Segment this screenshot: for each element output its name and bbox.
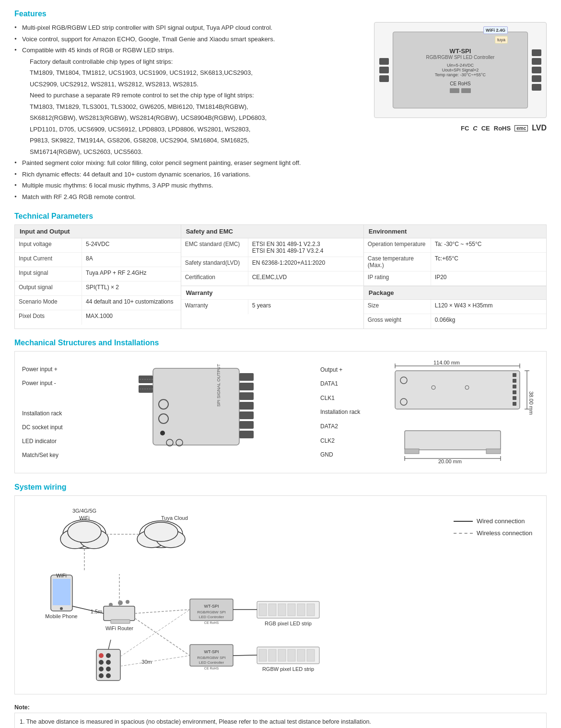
svg-point-5: [160, 431, 165, 435]
svg-rect-85: [297, 604, 305, 616]
svg-text:RGB/RGBW SPI: RGB/RGBW SPI: [197, 656, 226, 660]
notes-list: 1. The above distance is measured in spa…: [14, 713, 547, 728]
param-row: Scenario Mode44 default and 10+ customiz…: [15, 296, 181, 310]
mechanical-diagram: Power input + Power input - Installation…: [14, 351, 547, 473]
label-clk2: CLK2: [320, 437, 378, 444]
feature-item: Compatible with 45 kinds of RGB or RGBW …: [14, 45, 355, 56]
svg-rect-0: [153, 368, 239, 445]
svg-line-108: [135, 618, 190, 656]
environment-section: Environment Operation temperature Ta: -3…: [364, 225, 546, 329]
safety-lvd-label: Safety standard(LVD): [181, 257, 248, 271]
svg-point-101: [99, 667, 104, 671]
input-output-body: Input voltage5-24VDCInput Current8AInput…: [15, 238, 181, 325]
feature-item: LPD1101, D705, UCS6909, UCS6912, LPD8803…: [14, 124, 355, 135]
svg-point-63: [109, 603, 113, 607]
tuya-badge: tuya: [495, 36, 508, 44]
legend-wireless-label: Wireless connection: [477, 529, 532, 537]
depth-view-svg: 20.00 mm: [386, 426, 539, 464]
svg-line-107: [135, 610, 190, 613]
param-row: Input signalTuya APP + RF 2.4GHz: [15, 267, 181, 282]
svg-point-98: [106, 653, 111, 658]
label-spacer: [22, 394, 75, 403]
feature-item: P9813, SK9822, TM1914A, GS8206, GS8208, …: [14, 135, 355, 146]
svg-rect-11: [239, 402, 254, 410]
param-row: Input voltage5-24VDC: [15, 238, 181, 253]
fc-cert: FC: [461, 125, 469, 132]
package-header: Package: [364, 286, 546, 300]
svg-line-110: [233, 655, 257, 656]
label-led-indicator: LED indicator: [22, 438, 75, 445]
technical-parameters-section: Technical Parameters Input and Output In…: [14, 212, 547, 329]
param-row: Output signalSPI(TTL) × 2: [15, 282, 181, 296]
safety-emc-body: EMC standard (EMC) ETSI EN 301 489-1 V2.…: [181, 238, 363, 314]
label-data1: DATA1: [320, 380, 378, 387]
svg-rect-37: [405, 431, 501, 450]
case-temp-value: Tc:+65°C: [431, 253, 546, 271]
svg-rect-13: [239, 421, 254, 429]
svg-rect-86: [307, 604, 315, 616]
param-value: 8A: [82, 253, 181, 267]
certification-row: Certification CE,EMC,LVD: [181, 271, 363, 286]
svg-text:WiFi Router: WiFi Router: [105, 625, 133, 631]
label-installation-rack: Installation rack: [22, 410, 75, 417]
svg-rect-9: [239, 383, 254, 390]
emc-standard-row: EMC standard (EMC) ETSI EN 301 489-1 V2.…: [181, 238, 363, 257]
svg-point-97: [99, 653, 104, 658]
svg-rect-89: [259, 649, 267, 661]
product-spec-1: Uin=5-24VDC: [447, 63, 474, 68]
warranty-row: Warranty 5 years: [181, 300, 363, 314]
svg-rect-29: [513, 396, 516, 400]
label-installation-rack-r: Installation rack: [320, 409, 378, 415]
feature-item: UCS2909, UCS2912, WS2811, WS2812, WS2813…: [14, 79, 355, 90]
svg-rect-10: [239, 392, 254, 400]
svg-rect-83: [278, 604, 286, 616]
feature-item: Factory default controllable chip types …: [14, 56, 355, 68]
label-match-key: Match/Set key: [22, 452, 75, 458]
svg-text:Tuya Cloud: Tuya Cloud: [161, 515, 188, 521]
warranty-value: 5 years: [248, 300, 363, 314]
svg-rect-92: [288, 649, 295, 661]
svg-point-49: [68, 521, 101, 542]
feature-item: SM16714(RGBW), UCS2603, UCS5603.: [14, 146, 355, 158]
svg-point-65: [126, 600, 129, 604]
svg-text:LED Controller: LED Controller: [199, 615, 224, 619]
weight-label: Gross weight: [364, 314, 431, 329]
size-value: L120 × W43 × H35mm: [431, 300, 546, 314]
param-label: Scenario Mode: [15, 296, 82, 310]
safety-emc-header: Safety and EMC: [181, 225, 363, 238]
param-value: Tuya APP + RF 2.4GHz: [82, 267, 181, 281]
param-label: Input Current: [15, 253, 82, 267]
svg-point-104: [106, 673, 111, 678]
ip-rating-value: IP20: [431, 271, 546, 285]
device-svg-container: SPI SIGNAL OUTPUT: [80, 359, 313, 466]
rohs-cert: RoHS: [494, 125, 511, 132]
case-temp-label: Case temperature (Max.): [364, 253, 431, 271]
device-diagram-left: Power input + Power input - Installation…: [22, 359, 313, 466]
product-name: WT-SPI: [450, 47, 471, 55]
param-row: Input Current8A: [15, 253, 181, 267]
certification-label: Certification: [181, 271, 248, 285]
wiring-legend: Wired connection Wireless connection: [454, 503, 539, 687]
svg-text:WT-SPI: WT-SPI: [204, 604, 219, 609]
svg-text:LED Controller: LED Controller: [199, 660, 224, 665]
wiring-svg-area: 3G/4G/5G WiFi Tuya Cloud: [22, 503, 454, 687]
svg-point-100: [106, 660, 111, 665]
svg-rect-14: [239, 431, 254, 438]
svg-point-103: [99, 673, 104, 678]
svg-rect-62: [104, 606, 135, 621]
certification-value: CE,EMC,LVD: [248, 271, 363, 285]
legend-wired-label: Wired connection: [477, 517, 525, 525]
notes-title: Note:: [14, 704, 547, 711]
mechanical-title: Mechanical Structures and Installations: [14, 339, 547, 347]
feature-item: Painted segment color mixing: full color…: [14, 157, 355, 169]
wiring-title: System wiring: [14, 483, 547, 492]
svg-text:WiFi: WiFi: [56, 573, 67, 578]
param-label: Input voltage: [15, 238, 82, 252]
op-temp-label: Operation temperature: [364, 238, 431, 252]
param-value: 44 default and 10+ customizations: [82, 296, 181, 310]
feature-item: Multiple music rhythms: 6 local music rh…: [14, 180, 355, 191]
legend-wireless: Wireless connection: [454, 529, 539, 537]
tech-params-table: Input and Output Input voltage5-24VDCInp…: [14, 224, 547, 329]
svg-rect-39: [486, 449, 501, 454]
features-container: Multi-pixel RGB/RGBW LED strip controlle…: [14, 22, 547, 202]
